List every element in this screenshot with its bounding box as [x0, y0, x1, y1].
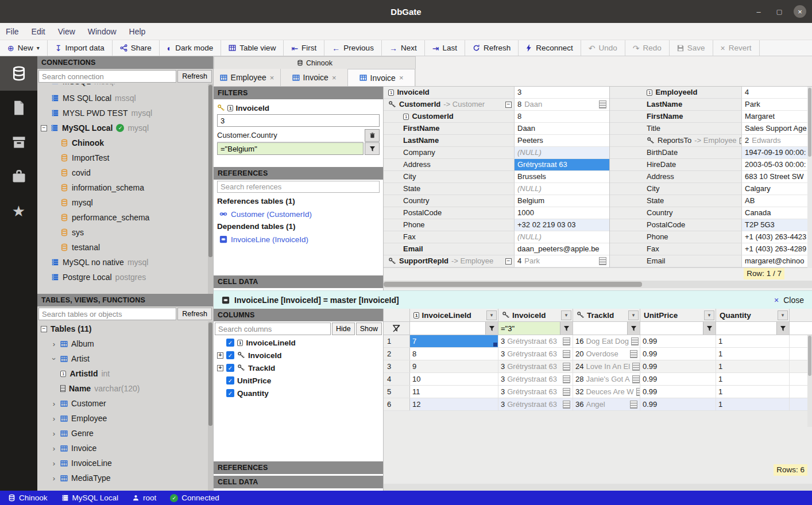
grid-filter-unitprice[interactable] [640, 322, 703, 335]
open-record-icon[interactable] [563, 350, 570, 358]
form-value[interactable]: Brussels [515, 171, 609, 183]
grid-column-invoiceid[interactable]: InvoiceId▾ [498, 309, 573, 321]
redo-button[interactable]: ↷Redo [625, 40, 670, 56]
grid-cell[interactable]: 1 [716, 373, 790, 385]
refresh-button[interactable]: Refresh [465, 40, 519, 56]
connections-scrollbar[interactable] [208, 84, 213, 294]
form-value[interactable]: 2Edwards [742, 135, 812, 147]
grid-filter-trackid[interactable] [573, 322, 627, 335]
grid-cell-selected[interactable]: 7 [410, 335, 498, 347]
close-button[interactable]: × [794, 5, 806, 18]
form-value[interactable]: 8 [515, 111, 609, 123]
grid-cell[interactable]: 1 [716, 348, 790, 360]
form-value[interactable]: +1 (403) 263-4423 [742, 231, 812, 243]
menu-help[interactable]: Help [129, 27, 146, 36]
form-value[interactable]: Canada [742, 207, 812, 219]
rail-archive[interactable] [0, 125, 37, 160]
grid-cell[interactable]: 36Angel [573, 398, 640, 410]
form-value[interactable]: AB [742, 195, 812, 207]
grid-cell[interactable]: 24Love In An El [573, 360, 640, 372]
collapse-expander-icon[interactable]: − [505, 102, 512, 108]
form-value[interactable]: Park [742, 99, 812, 111]
form-value[interactable]: 8Daan [515, 99, 609, 111]
menu-window[interactable]: Window [88, 27, 117, 36]
filter-funnel-icon[interactable] [627, 322, 640, 335]
table-item-artist[interactable]: ›Artist [37, 351, 213, 366]
open-record-icon[interactable] [563, 375, 570, 383]
column-menu-button[interactable]: ▾ [628, 310, 639, 320]
filter-menu-button[interactable] [365, 142, 380, 155]
connection-item[interactable]: MYSL PWD TESTmysql [37, 106, 213, 121]
next-button[interactable]: →Next [382, 40, 425, 56]
filter-funnel-icon[interactable] [485, 322, 498, 335]
open-record-icon[interactable] [630, 401, 637, 409]
open-record-icon[interactable] [563, 337, 570, 345]
form-value[interactable]: 683 10 Street SW [742, 171, 812, 183]
grid-cell[interactable]: 1 [716, 398, 790, 410]
chevron-down-icon[interactable]: › [50, 356, 59, 362]
form-value[interactable]: 3 [515, 87, 609, 99]
open-record-icon[interactable] [632, 363, 640, 371]
form-value[interactable]: (NULL) [515, 231, 609, 243]
column-toggle-invoiceid[interactable]: +✓InvoiceId [214, 349, 383, 362]
connections-refresh-button[interactable]: Refresh [177, 70, 212, 83]
grid-filter-quantity[interactable] [716, 322, 776, 335]
last-button[interactable]: ⇥Last [425, 40, 465, 56]
column-toggle-invoicelineid[interactable]: ✓1InvoiceLineId [214, 336, 383, 349]
database-item[interactable]: mysql [37, 195, 213, 210]
form-value[interactable]: Belgium [515, 195, 609, 207]
connection-item[interactable]: MSSQLmssql [37, 84, 213, 91]
form-value[interactable]: 1000 [515, 207, 609, 219]
chevron-right-icon[interactable]: › [51, 459, 57, 468]
grid-cell[interactable]: 10 [410, 373, 498, 385]
close-master-detail-button[interactable]: Close [783, 296, 804, 305]
form-value[interactable]: Sales Support Age [742, 123, 812, 135]
table-view-button[interactable]: Table view [221, 40, 284, 56]
collapse-expander-icon[interactable]: − [41, 125, 47, 131]
row-number[interactable]: 4 [384, 373, 410, 385]
chevron-right-icon[interactable]: › [51, 429, 57, 438]
connection-item[interactable]: MySQL no nativemysql [37, 255, 213, 270]
checkbox-checked-icon[interactable]: ✓ [226, 364, 234, 372]
checkbox-checked-icon[interactable]: ✓ [226, 376, 234, 384]
table-item-customer[interactable]: ›Customer [37, 396, 213, 411]
column-item[interactable]: Namevarchar(120) [37, 381, 213, 396]
connection-item[interactable]: MS SQL localmssql [37, 91, 213, 106]
tables-root[interactable]: −Tables (11) [37, 321, 213, 336]
expand-expander-icon[interactable]: + [217, 352, 223, 359]
close-tab-icon[interactable]: × [270, 73, 274, 82]
open-record-icon[interactable] [630, 350, 637, 358]
table-item-mediatype[interactable]: ›MediaType [37, 471, 213, 485]
grid-cell[interactable]: 1 [716, 386, 790, 398]
grid-cell[interactable]: 0.99 [640, 360, 716, 372]
form-value[interactable]: +1 (403) 263-4289 [742, 243, 812, 255]
column-toggle-quantity[interactable]: ✓Quantity [214, 387, 383, 399]
form-value[interactable]: Daan [515, 123, 609, 135]
tab-invoice-2[interactable]: Invoice× [348, 69, 415, 86]
tab-employee[interactable]: Employee× [214, 69, 281, 86]
form-value[interactable]: Peeters [515, 135, 609, 147]
grid-cell[interactable]: 3Grétrystraat 63 [498, 335, 573, 347]
checkbox-checked-icon[interactable]: ✓ [226, 389, 234, 397]
form-value[interactable]: 4 [742, 87, 812, 99]
chevron-right-icon[interactable]: › [51, 474, 57, 483]
undo-button[interactable]: ↶Undo [581, 40, 625, 56]
grid-cell[interactable]: 11 [410, 386, 498, 398]
grid-cell[interactable]: 20Overdose [573, 348, 640, 360]
reference-link-invoiceline[interactable]: InvoiceLine (InvoiceId) [217, 233, 380, 246]
minimize-button[interactable]: – [752, 5, 765, 18]
remove-filter-button[interactable] [365, 129, 380, 142]
grid-cell[interactable]: 9 [410, 360, 498, 372]
row-number[interactable]: 5 [384, 386, 410, 398]
column-toggle-trackid[interactable]: +✓TrackId [214, 362, 383, 374]
save-button[interactable]: Save [670, 40, 713, 56]
grid-cell[interactable]: 0.99 [640, 386, 716, 398]
open-record-icon[interactable] [599, 257, 606, 265]
chevron-right-icon[interactable]: › [51, 444, 57, 453]
form-scrollbar[interactable] [807, 87, 812, 268]
grid-cell[interactable]: 3Grétrystraat 63 [498, 373, 573, 385]
form-value[interactable]: 4Park [515, 255, 609, 267]
grid-hscrollbar[interactable] [384, 484, 812, 491]
grid-cell[interactable]: 1 [716, 335, 790, 347]
grid-cell[interactable]: 3Grétrystraat 63 [498, 348, 573, 360]
